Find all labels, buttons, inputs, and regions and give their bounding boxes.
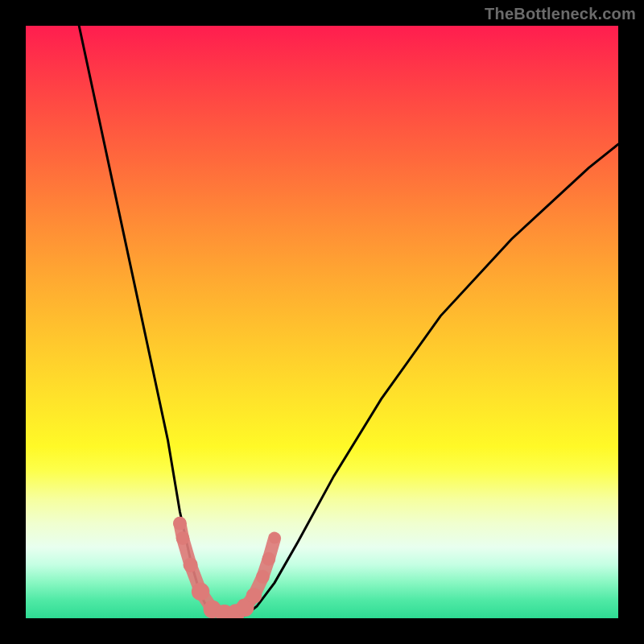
bottleneck-curve-svg <box>26 26 618 618</box>
curve-marker <box>192 583 209 601</box>
curve-marker <box>269 533 280 544</box>
watermark-text: TheBottleneck.com <box>485 5 636 23</box>
bottleneck-curve <box>79 26 618 618</box>
curve-marker <box>256 570 270 584</box>
plot-area <box>26 26 618 618</box>
curve-marker <box>173 517 187 530</box>
curve-marker <box>246 588 262 604</box>
chart-frame: TheBottleneck.com <box>0 0 644 644</box>
curve-marker <box>176 531 190 545</box>
curve-marker <box>262 552 275 566</box>
curve-marker <box>184 558 198 572</box>
